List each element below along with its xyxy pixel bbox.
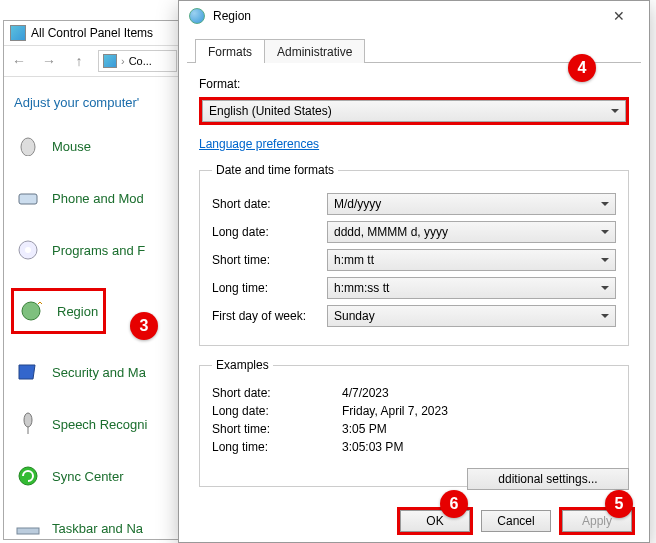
- control-panel-icon: [10, 25, 26, 41]
- first-day-select[interactable]: Sunday: [327, 305, 616, 327]
- format-label: Format:: [199, 77, 629, 91]
- cp-title-text: All Control Panel Items: [31, 26, 153, 40]
- callout-5: 5: [605, 490, 633, 518]
- cp-item-sync[interactable]: Sync Center: [12, 450, 173, 502]
- tab-formats[interactable]: Formats: [195, 39, 265, 63]
- ex-st-label: Short time:: [212, 422, 342, 436]
- format-value: English (United States): [209, 104, 332, 118]
- ex-sd-value: 4/7/2023: [342, 386, 389, 400]
- dt-legend: Date and time formats: [212, 163, 338, 177]
- cp-item-region[interactable]: Region: [11, 288, 106, 334]
- long-time-select[interactable]: h:mm:ss tt: [327, 277, 616, 299]
- cp-heading: Adjust your computer': [4, 77, 181, 120]
- long-date-value: dddd, MMMM d, yyyy: [334, 225, 448, 239]
- short-date-select[interactable]: M/d/yyyy: [327, 193, 616, 215]
- cp-path-icon: [103, 54, 117, 68]
- cancel-button[interactable]: Cancel: [481, 510, 551, 532]
- mouse-icon: [14, 132, 42, 160]
- cp-item-mouse[interactable]: Mouse: [12, 120, 173, 172]
- ex-ld-label: Long date:: [212, 404, 342, 418]
- long-time-label: Long time:: [212, 281, 327, 295]
- short-time-value: h:mm tt: [334, 253, 374, 267]
- cp-item-speech[interactable]: Speech Recogni: [12, 398, 173, 450]
- cp-item-label: Mouse: [52, 139, 91, 154]
- format-select[interactable]: English (United States): [202, 100, 626, 122]
- long-date-label: Long date:: [212, 225, 327, 239]
- cp-item-label: Security and Ma: [52, 365, 146, 380]
- callout-3: 3: [130, 312, 158, 340]
- svg-rect-1: [19, 194, 37, 204]
- cp-titlebar: All Control Panel Items: [4, 21, 181, 45]
- first-day-value: Sunday: [334, 309, 375, 323]
- cp-item-taskbar[interactable]: Taskbar and Na: [12, 502, 173, 543]
- cp-item-programs[interactable]: Programs and F: [12, 224, 173, 276]
- region-icon: [19, 297, 47, 325]
- cp-item-label: Programs and F: [52, 243, 145, 258]
- svg-point-7: [19, 467, 37, 485]
- tab-page-formats: Format: English (United States) Language…: [179, 63, 649, 503]
- ex-st-value: 3:05 PM: [342, 422, 387, 436]
- forward-button[interactable]: →: [38, 50, 60, 72]
- ex-lt-value: 3:05:03 PM: [342, 440, 403, 454]
- ex-sd-label: Short date:: [212, 386, 342, 400]
- cp-item-label: Taskbar and Na: [52, 521, 143, 536]
- security-icon: [14, 358, 42, 386]
- svg-point-4: [22, 302, 40, 320]
- date-time-formats-group: Date and time formats Short date:M/d/yyy…: [199, 163, 629, 346]
- short-time-select[interactable]: h:mm tt: [327, 249, 616, 271]
- svg-rect-8: [17, 528, 39, 534]
- dialog-buttons: OK Cancel Apply: [179, 500, 649, 542]
- up-button[interactable]: ↑: [68, 50, 90, 72]
- cp-item-label: Sync Center: [52, 469, 124, 484]
- long-time-value: h:mm:ss tt: [334, 281, 389, 295]
- sync-icon: [14, 462, 42, 490]
- format-select-highlight: English (United States): [199, 97, 629, 125]
- short-date-value: M/d/yyyy: [334, 197, 381, 211]
- control-panel-window: All Control Panel Items ← → ↑ › Co... Ad…: [3, 20, 182, 540]
- back-button[interactable]: ←: [8, 50, 30, 72]
- cp-item-phone[interactable]: Phone and Mod: [12, 172, 173, 224]
- cp-item-label: Region: [57, 304, 98, 319]
- globe-icon: [189, 8, 205, 24]
- svg-point-5: [24, 413, 32, 427]
- cp-navbar: ← → ↑ › Co...: [4, 45, 181, 77]
- close-button[interactable]: ✕: [599, 8, 639, 24]
- callout-4: 4: [568, 54, 596, 82]
- short-time-label: Short time:: [212, 253, 327, 267]
- language-preferences-link[interactable]: Language preferences: [199, 137, 319, 151]
- programs-icon: [14, 236, 42, 264]
- ex-ld-value: Friday, April 7, 2023: [342, 404, 448, 418]
- dialog-title: Region: [213, 9, 599, 23]
- tab-administrative[interactable]: Administrative: [264, 39, 365, 63]
- short-date-label: Short date:: [212, 197, 327, 211]
- svg-point-3: [25, 247, 31, 253]
- address-text: Co...: [129, 55, 152, 67]
- address-bar[interactable]: › Co...: [98, 50, 177, 72]
- cp-item-label: Phone and Mod: [52, 191, 144, 206]
- ex-lt-label: Long time:: [212, 440, 342, 454]
- speech-icon: [14, 410, 42, 438]
- taskbar-icon: [14, 514, 42, 542]
- cp-item-security[interactable]: Security and Ma: [12, 346, 173, 398]
- cp-item-label: Speech Recogni: [52, 417, 147, 432]
- examples-legend: Examples: [212, 358, 273, 372]
- first-day-label: First day of week:: [212, 309, 327, 323]
- svg-point-0: [21, 138, 35, 156]
- dialog-titlebar: Region ✕: [179, 1, 649, 31]
- long-date-select[interactable]: dddd, MMMM d, yyyy: [327, 221, 616, 243]
- phone-icon: [14, 184, 42, 212]
- callout-6: 6: [440, 490, 468, 518]
- additional-settings-button[interactable]: dditional settings...: [467, 468, 629, 490]
